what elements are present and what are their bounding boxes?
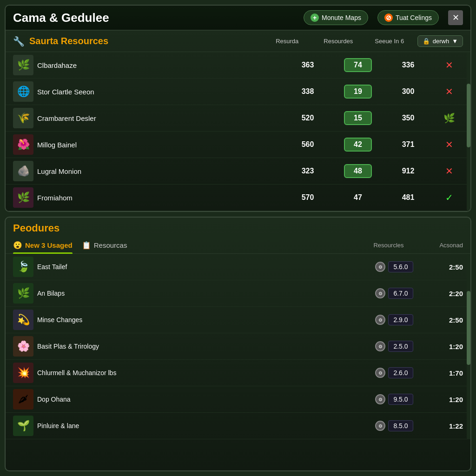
- item-seeue-2: 350: [385, 114, 431, 122]
- item-resourceda-4: 323: [284, 167, 331, 175]
- resource-circle-0: ⚙: [375, 262, 385, 272]
- item-resourcedes-3: 42: [335, 138, 381, 152]
- bottom-header: Peodures: [6, 218, 470, 237]
- dropdown-label: derwh: [433, 38, 449, 45]
- proc-resource-0: ⚙ 5.6.0: [362, 261, 427, 272]
- proc-name-4: Chlurmell & Muchanizor lbs: [37, 369, 358, 377]
- item-action-4[interactable]: ✕: [435, 165, 463, 177]
- item-resourcedes-2: 15: [335, 111, 381, 125]
- wrench-icon: 🔧: [13, 36, 25, 47]
- item-name-5: Fromiahom: [37, 194, 281, 202]
- resource-circle-4: ⚙: [375, 368, 385, 378]
- proc-icon-3: 🌸: [13, 336, 33, 357]
- proc-resource-4: ⚙ 2.6.0: [362, 367, 427, 378]
- proc-row: 💫 Minse Changes ⚙ 2.9.0 2:50: [6, 307, 470, 333]
- item-resourcedes-0: 74: [335, 58, 381, 72]
- plus-icon: +: [311, 13, 319, 22]
- item-icon-5: 🌿: [13, 187, 33, 208]
- resource-val-6: 8.5.0: [388, 420, 413, 431]
- proc-row: 🌸 Basit Plas & Trirology ⚙ 2.5.0 1:20: [6, 333, 470, 360]
- resource-circle-6: ⚙: [375, 421, 385, 431]
- proc-icon-0: 🍃: [13, 257, 33, 277]
- proc-time-1: 2:20: [430, 290, 463, 298]
- bottom-title: Peodures: [13, 222, 60, 234]
- resource-circle-5: ⚙: [375, 394, 385, 404]
- proc-icon-6: 🌱: [13, 416, 33, 436]
- scrollbar[interactable]: [467, 52, 470, 211]
- item-action-0[interactable]: ✕: [435, 60, 463, 71]
- proc-name-2: Minse Changes: [37, 316, 358, 324]
- scrollbar-thumb: [467, 84, 470, 147]
- item-resourceda-2: 520: [284, 114, 331, 122]
- proc-resource-6: ⚙ 8.5.0: [362, 420, 427, 431]
- proc-time-6: 1:22: [430, 422, 463, 430]
- tab-resources[interactable]: 📋 Resourcas: [82, 237, 127, 253]
- resource-list: 🌿 Clbardahaze 363 74 336 ✕ 🌐 Stor Clartl…: [6, 52, 470, 211]
- proc-time-3: 1:20: [430, 343, 463, 350]
- tuat-celings-button[interactable]: ⊘ Tuat Celings: [377, 10, 439, 25]
- resource-row: 🌿 Clbardahaze 363 74 336 ✕: [6, 52, 470, 79]
- bottom-panel: Peodures 😮 New 3 Usaged 📋 Resourcas Reso…: [5, 217, 471, 471]
- close-button[interactable]: ✕: [448, 10, 463, 25]
- proc-time-5: 1:20: [430, 396, 463, 403]
- item-seeue-1: 300: [385, 87, 431, 96]
- proc-icon-5: 🌶: [13, 389, 33, 410]
- proc-time-2: 2:50: [430, 316, 463, 324]
- item-name-1: Stor Clartle Seeon: [37, 88, 281, 96]
- top-header: Cama & Gedulee + Monute Maps ⊘ Tuat Celi…: [6, 6, 470, 31]
- proc-row: 🌱 Pinluire & lane ⚙ 8.5.0 1:22: [6, 413, 470, 439]
- section-title: Saurta Resources: [29, 36, 259, 46]
- proc-icon-4: 💥: [13, 363, 33, 383]
- resource-row: 🌐 Stor Clartle Seeon 338 19 300 ✕: [6, 79, 470, 105]
- proc-resource-3: ⚙ 2.5.0: [362, 341, 427, 352]
- item-resourcedes-1: 19: [335, 85, 381, 99]
- resource-row: 🌿 Fromiahom 570 47 481 ✓: [6, 185, 470, 211]
- resource-val-5: 9.5.0: [388, 394, 413, 405]
- tab-row: 😮 New 3 Usaged 📋 Resourcas Resourcles Ac…: [6, 237, 470, 254]
- bottom-scrollbar[interactable]: [467, 254, 470, 439]
- proc-resource-2: ⚙ 2.9.0: [362, 314, 427, 325]
- dropdown-button[interactable]: 🔒 derwh ▼: [417, 35, 463, 47]
- resources-icon: 📋: [82, 241, 91, 250]
- item-name-3: Millog Bainel: [37, 141, 281, 149]
- proc-row: 🍃 East Tailef ⚙ 5.6.0 2:50: [6, 254, 470, 280]
- resource-row: 🌾 Crambarent Desler 520 15 350 🌿: [6, 105, 470, 132]
- proc-name-1: An Bilaps: [37, 290, 358, 297]
- item-icon-0: 🌿: [13, 55, 33, 75]
- resource-circle-3: ⚙: [375, 341, 385, 351]
- item-name-0: Clbardahaze: [37, 61, 281, 69]
- proc-name-3: Basit Plas & Trirology: [37, 343, 358, 350]
- resource-val-1: 6.7.0: [388, 288, 413, 299]
- col-header-resourcedes: Resourdes: [315, 38, 362, 45]
- resource-row: 🪨 Lugral Monion 323 48 912 ✕: [6, 158, 470, 185]
- proc-time-4: 1:70: [430, 369, 463, 377]
- item-action-3[interactable]: ✕: [435, 139, 463, 150]
- resource-row: 🌺 Millog Bainel 560 42 371 ✕: [6, 132, 470, 158]
- resource-circle-1: ⚙: [375, 288, 385, 298]
- chevron-down-icon: ▼: [452, 38, 458, 45]
- proc-resource-1: ⚙ 6.7.0: [362, 288, 427, 299]
- proc-name-6: Pinluire & lane: [37, 422, 358, 430]
- item-seeue-3: 371: [385, 140, 431, 149]
- item-resourceda-3: 560: [284, 140, 331, 149]
- item-resourcedes-4: 48: [335, 164, 381, 178]
- monute-maps-button[interactable]: + Monute Maps: [304, 10, 368, 25]
- proc-icon-2: 💫: [13, 310, 33, 330]
- item-seeue-0: 336: [385, 61, 431, 69]
- item-action-5[interactable]: ✓: [435, 192, 463, 203]
- tab-new3[interactable]: 😮 New 3 Usaged: [13, 237, 73, 253]
- item-icon-1: 🌐: [13, 81, 33, 102]
- window-title: Cama & Gedulee: [13, 11, 294, 25]
- item-action-1[interactable]: ✕: [435, 86, 463, 97]
- col-header-seeue: Seeue In 6: [366, 38, 413, 45]
- item-seeue-4: 912: [385, 167, 431, 175]
- item-name-2: Crambarent Desler: [37, 114, 281, 122]
- tab-new3-label: New 3 Usaged: [25, 241, 73, 249]
- item-resourceda-0: 363: [284, 61, 331, 69]
- tuat-celings-label: Tuat Celings: [396, 14, 432, 21]
- section-header: 🔧 Saurta Resources Resurda Resourdes See…: [6, 31, 470, 52]
- resource-circle-2: ⚙: [375, 315, 385, 325]
- item-resourceda-1: 338: [284, 87, 331, 96]
- item-action-2[interactable]: 🌿: [435, 112, 463, 124]
- proc-row: 🌶 Dop Ohana ⚙ 9.5.0 1:20: [6, 386, 470, 413]
